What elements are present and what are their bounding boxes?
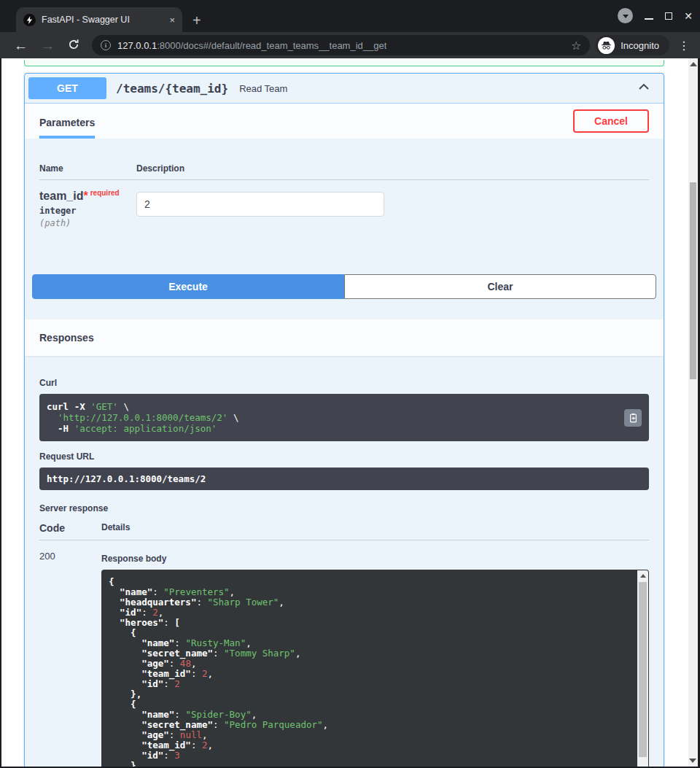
get-endpoint-block: GET /teams/{team_id} Read Team Parameter…: [24, 73, 664, 768]
responses-heading: Responses: [39, 332, 94, 344]
responses-content: Curl curl -X 'GET' \ 'http://127.0.0.1:8…: [25, 356, 664, 768]
browser-window: FastAPI - Swagger UI × + ✕ ← → i 127.0.0…: [0, 0, 700, 768]
request-url-label: Request URL: [39, 451, 649, 462]
parameter-row: team_id*required integer (path): [39, 180, 649, 228]
page-scroll-down-icon[interactable]: [689, 759, 696, 763]
parameters-header-row: Parameters Cancel: [25, 104, 664, 139]
swagger-page: GET /teams/{team_id} Read Team Parameter…: [0, 58, 688, 768]
tab-parameters[interactable]: Parameters: [39, 117, 95, 139]
incognito-icon: [598, 37, 615, 54]
method-badge: GET: [28, 77, 106, 99]
curl-label: Curl: [39, 378, 649, 388]
close-window-button[interactable]: ✕: [684, 11, 693, 21]
parameter-type: integer: [39, 206, 136, 216]
required-star: *: [83, 190, 88, 202]
browser-menu-icon[interactable]: ⋮: [678, 39, 690, 53]
maximize-button[interactable]: [665, 12, 672, 20]
status-code: 200: [39, 551, 101, 768]
team-id-input[interactable]: [136, 192, 384, 217]
back-icon[interactable]: ←: [14, 39, 28, 53]
column-code: Code: [39, 522, 101, 534]
column-name: Name: [39, 163, 136, 174]
url-text: 127.0.0.1:8000/docs#/default/read_team_t…: [117, 40, 386, 51]
incognito-label: Incognito: [621, 40, 659, 51]
parameter-name: team_id*required: [39, 189, 136, 203]
scroll-up-icon[interactable]: [640, 574, 646, 578]
incognito-badge: Incognito: [596, 35, 669, 55]
required-label: required: [90, 189, 120, 197]
site-info-icon[interactable]: i: [101, 40, 111, 50]
forward-icon[interactable]: →: [41, 39, 55, 53]
endpoint-summary-text: Read Team: [239, 83, 287, 94]
page-scroll-thumb[interactable]: [690, 182, 696, 379]
new-tab-button[interactable]: +: [192, 13, 201, 28]
tab-title: FastAPI - Swagger UI: [42, 15, 165, 25]
server-response-table-header: Code Details: [39, 522, 649, 540]
fastapi-favicon-icon: [23, 14, 36, 26]
endpoint-summary[interactable]: GET /teams/{team_id} Read Team: [25, 74, 664, 104]
column-details: Details: [101, 522, 130, 534]
response-body-scrollbar[interactable]: [637, 570, 648, 768]
page-scroll-up-icon[interactable]: [690, 62, 697, 66]
responses-section-header: Responses: [25, 319, 664, 356]
column-description: Description: [136, 163, 184, 174]
response-body-scroll-thumb[interactable]: [639, 582, 647, 757]
browser-toolbar: ← → i 127.0.0.1:8000/docs#/default/read_…: [0, 32, 700, 58]
window-edge: [0, 58, 1, 768]
endpoint-path: /teams/{team_id}: [116, 82, 228, 96]
parameter-location: (path): [39, 218, 136, 228]
response-body-label: Response body: [101, 554, 649, 564]
parameters-table-header: Name Description: [39, 139, 649, 180]
tab-close-icon[interactable]: ×: [169, 15, 175, 26]
server-response-label: Server response: [39, 503, 649, 513]
address-bar[interactable]: i 127.0.0.1:8000/docs#/default/read_team…: [92, 35, 590, 55]
server-response-row: 200 Response body { "name": "Preventers"…: [39, 540, 649, 768]
page-scrollbar[interactable]: [688, 58, 698, 767]
browser-tab[interactable]: FastAPI - Swagger UI ×: [16, 7, 182, 32]
tab-search-icon[interactable]: [618, 8, 633, 23]
minimize-button[interactable]: [645, 18, 653, 20]
execute-button[interactable]: Execute: [32, 274, 344, 299]
bookmark-star-icon[interactable]: ☆: [571, 39, 581, 53]
tab-strip: FastAPI - Swagger UI × + ✕: [0, 0, 700, 32]
request-url-value: http://127.0.0.1:8000/teams/2: [39, 468, 649, 490]
cancel-button[interactable]: Cancel: [573, 109, 649, 133]
reload-icon[interactable]: [68, 39, 79, 53]
curl-command: curl -X 'GET' \ 'http://127.0.0.1:8000/t…: [39, 394, 649, 441]
collapse-chevron-icon[interactable]: [637, 79, 651, 97]
response-body-json: { "name": "Preventers", "headquarters": …: [101, 570, 649, 768]
execute-row: Execute Clear: [32, 274, 656, 299]
clear-button[interactable]: Clear: [344, 274, 656, 299]
copy-to-clipboard-button[interactable]: [624, 409, 642, 427]
previous-endpoint-block-edge[interactable]: [24, 60, 664, 66]
